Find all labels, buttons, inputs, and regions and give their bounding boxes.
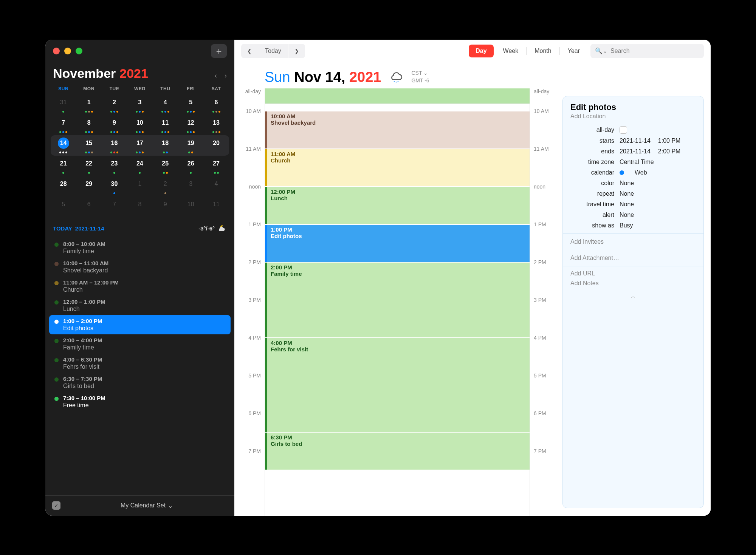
inspector-location-field[interactable]: Add Location (563, 113, 703, 124)
mini-day-cell[interactable]: 6 (76, 196, 101, 217)
agenda-item[interactable]: 7:30 – 10:00 PMFree time (49, 392, 231, 411)
mini-day-cell[interactable]: 28 (51, 176, 76, 196)
mini-day-cell[interactable]: 19 (178, 135, 203, 156)
timezone-info[interactable]: CST ⌄ GMT -6 (411, 70, 429, 84)
mini-day-cell[interactable]: 1 (76, 94, 101, 115)
mini-day-cell[interactable]: 9 (153, 196, 178, 217)
agenda-item[interactable]: 8:00 – 10:00 AMFamily time (49, 238, 231, 257)
event-block[interactable]: 6:30 PMGirls to bed (265, 433, 530, 470)
close-button[interactable] (53, 48, 60, 54)
event-block[interactable]: 4:00 PMFehrs for visit (265, 338, 530, 432)
mini-day-cell[interactable]: 24 (127, 156, 152, 176)
mini-day-cell[interactable]: 11 (153, 115, 178, 135)
view-tab-month[interactable]: Month (528, 45, 558, 57)
mini-day-cell[interactable]: 8 (76, 115, 101, 135)
agenda-item[interactable]: 4:00 – 6:30 PMFehrs for visit (49, 354, 231, 373)
mini-day-cell[interactable]: 15 (76, 135, 101, 156)
tz-value[interactable]: Central Time (620, 159, 654, 165)
event-block[interactable]: 12:00 PMLunch (265, 187, 530, 224)
mini-day-cell[interactable]: 12 (178, 115, 203, 135)
starts-date[interactable]: 2021-11-14 (620, 138, 651, 144)
agenda-item[interactable]: 2:00 – 4:00 PMFamily time (49, 334, 231, 354)
agenda-item[interactable]: 10:00 – 11:00 AMShovel backyard (49, 257, 231, 277)
mini-day-cell[interactable]: 13 (203, 115, 229, 135)
add-event-button[interactable]: ＋ (211, 44, 227, 58)
time-gutter-left: 10 AM11 AMnoon1 PM2 PM3 PM4 PM5 PM6 PM7 … (239, 104, 265, 516)
view-tab-year[interactable]: Year (561, 45, 587, 57)
allday-checkbox[interactable] (620, 126, 627, 134)
mini-day-cell[interactable]: 11 (203, 196, 229, 217)
calendars-toggle[interactable]: ✓ (52, 501, 60, 510)
mini-day-cell[interactable]: 21 (51, 156, 76, 176)
mini-day-cell[interactable]: 25 (153, 156, 178, 176)
search-box[interactable]: 🔍⌄ (590, 44, 704, 58)
mini-day-cell[interactable]: 5 (51, 196, 76, 217)
mini-day-cell[interactable]: 2 (153, 176, 178, 196)
mini-day-cell[interactable]: 5 (178, 94, 203, 115)
showas-value[interactable]: Busy (620, 222, 633, 229)
mini-day-cell[interactable]: 30 (102, 176, 127, 196)
mini-day-cell[interactable]: 17 (127, 135, 152, 156)
alert-value[interactable]: None (620, 212, 634, 218)
mini-day-cell[interactable]: 3 (178, 176, 203, 196)
today-button[interactable]: Today (258, 44, 288, 58)
mini-day-cell[interactable]: 18 (153, 135, 178, 156)
timeline-grid[interactable]: 10:00 AMShovel backyard11:00 AMChurch12:… (265, 104, 530, 516)
calendar-value[interactable]: Web (620, 169, 647, 176)
mini-day-cell[interactable]: 22 (76, 156, 101, 176)
mini-day-cell[interactable]: 29 (76, 176, 101, 196)
prev-month-button[interactable]: ‹ (215, 72, 217, 80)
notes-field[interactable] (570, 280, 696, 287)
starts-time[interactable]: 1:00 PM (658, 138, 681, 144)
mini-day-cell[interactable]: 9 (102, 115, 127, 135)
agenda-item[interactable]: 6:30 – 7:30 PMGirls to bed (49, 373, 231, 392)
mini-day-cell[interactable]: 4 (153, 94, 178, 115)
chevron-left-icon: ❮ (247, 48, 252, 54)
nav-button-group: ❮ Today ❯ (241, 44, 305, 58)
travel-value[interactable]: None (620, 201, 634, 208)
url-field[interactable] (570, 270, 696, 277)
mini-day-cell[interactable]: 27 (203, 156, 229, 176)
mini-day-cell[interactable]: 10 (178, 196, 203, 217)
mini-day-cell[interactable]: 31 (51, 94, 76, 115)
mini-day-cell[interactable]: 26 (178, 156, 203, 176)
mini-day-cell[interactable]: 10 (127, 115, 152, 135)
inspector-event-title[interactable]: Edit photos (563, 96, 703, 113)
mini-day-cell[interactable]: 7 (102, 196, 127, 217)
mini-day-cell[interactable]: 3 (127, 94, 152, 115)
agenda-item[interactable]: 1:00 – 2:00 PMEdit photos (49, 315, 231, 334)
search-input[interactable] (610, 48, 699, 54)
ends-date[interactable]: 2021-11-14 (620, 148, 651, 155)
mini-day-cell[interactable]: 16 (102, 135, 127, 156)
allday-events-area[interactable] (265, 88, 530, 104)
repeat-value[interactable]: None (620, 190, 634, 197)
view-tab-week[interactable]: Week (496, 45, 525, 57)
event-block[interactable]: 11:00 AMChurch (265, 149, 530, 186)
mini-day-cell[interactable]: 8 (127, 196, 152, 217)
mini-day-cell[interactable]: 7 (51, 115, 76, 135)
mini-day-cell[interactable]: 1 (127, 176, 152, 196)
next-day-button[interactable]: ❯ (288, 44, 305, 58)
next-month-button[interactable]: › (225, 72, 227, 80)
ends-time[interactable]: 2:00 PM (658, 148, 681, 155)
fullscreen-button[interactable] (76, 48, 82, 54)
event-block[interactable]: 2:00 PMFamily time (265, 263, 530, 337)
mini-day-cell[interactable]: 6 (203, 94, 229, 115)
add-attachment-action[interactable]: Add Attachment… (563, 250, 703, 266)
mini-day-cell[interactable]: 23 (102, 156, 127, 176)
minimize-button[interactable] (64, 48, 71, 54)
mini-day-cell[interactable]: 20 (203, 135, 229, 156)
mini-day-cell[interactable]: 2 (102, 94, 127, 115)
add-invitees-action[interactable]: Add Invitees (563, 234, 703, 250)
event-block[interactable]: 1:00 PMEdit photos (265, 225, 530, 262)
color-value[interactable]: None (620, 180, 634, 187)
agenda-item[interactable]: 11:00 AM – 12:00 PMChurch (49, 277, 231, 296)
calendar-set-picker[interactable]: My Calendar Set ⌄ (121, 502, 173, 509)
event-block[interactable]: 10:00 AMShovel backyard (265, 111, 530, 148)
mini-day-cell[interactable]: 4 (203, 176, 229, 196)
prev-day-button[interactable]: ❮ (241, 44, 258, 58)
view-tab-day[interactable]: Day (469, 45, 493, 57)
mini-day-cell[interactable]: 14 (51, 135, 76, 156)
agenda-item[interactable]: 12:00 – 1:00 PMLunch (49, 296, 231, 315)
collapse-handle-icon[interactable]: ⌢ (563, 291, 703, 303)
